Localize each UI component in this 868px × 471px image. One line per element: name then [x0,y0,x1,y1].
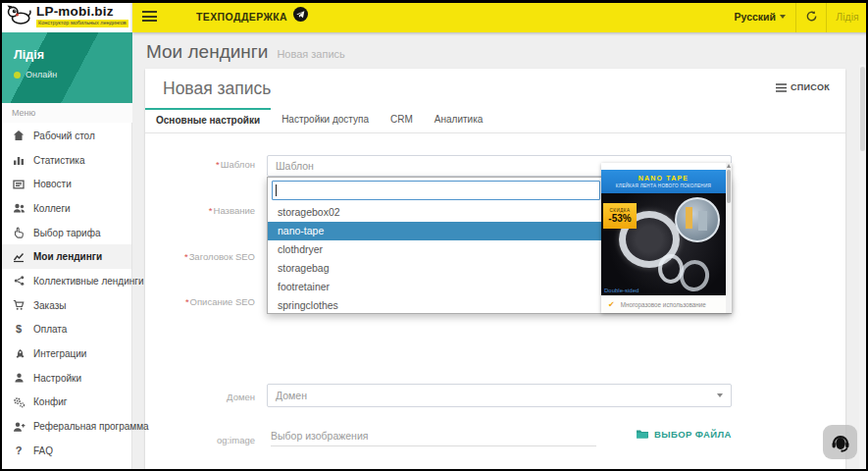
form-card: Новая запись СПИСОК Основные настройки Н… [145,69,845,471]
preview-header: NANO TAPE КЛЕЙКАЯ ЛЕНТА НОВОГО ПОКОЛЕНИЯ [601,170,726,193]
preview-product-image: СКИДКА -53% Double-sided [601,193,726,295]
file-picker-button[interactable]: ВЫБОР ФАЙЛА [636,428,732,440]
tab-access-settings[interactable]: Настройки доступа [271,108,380,132]
gears-icon [12,395,26,408]
main-scrollbar[interactable] [859,65,866,471]
online-status-dot [14,72,21,78]
option-nano-tape[interactable]: nano-tape [268,222,602,240]
template-options: storagebox02 nano-tape clothdryer storag… [268,203,602,315]
sidebar-item-faq[interactable]: ? FAQ [0,439,131,463]
refresh-icon [805,10,818,23]
option-footretainer[interactable]: footretainer [268,278,602,296]
seo-description-label: *Описание SEO [145,296,255,307]
check-icon: ✔ [608,300,615,309]
preview-subtitle: КЛЕЙКАЯ ЛЕНТА НОВОГО ПОКОЛЕНИЯ [616,183,711,188]
sidebar-item-integrations[interactable]: Интеграции [0,341,131,366]
sidebar-item-orders[interactable]: Заказы [0,293,131,318]
sidebar-item-news[interactable]: Новости [0,172,131,196]
list-icon [776,83,787,92]
card-title: Новая запись [163,78,271,99]
hand-pointer-icon [12,227,26,239]
sidebar-item-config[interactable]: Конфиг [0,391,131,415]
logo[interactable]: LP-mobi.biz Конструктор мобильных лендин… [0,0,132,32]
support-chat-button[interactable] [823,425,857,459]
option-springclothes[interactable]: springclothes [268,296,602,315]
preview-scrollbar[interactable] [726,163,732,313]
preview-title: NANO TAPE [638,175,689,182]
scroll-up-icon [727,164,731,168]
tab-main-settings[interactable]: Основные настройки [145,108,271,132]
preview-inset-photo [675,197,720,242]
sidebar-item-statistics[interactable]: Статистика [0,148,131,173]
sidebar: Лідія Онлайн Меню Рабочий стол Статистик… [0,32,132,471]
sidebar-item-collective-landings[interactable]: Коллективные лендинги [0,269,131,293]
list-button[interactable]: СПИСОК [776,82,830,92]
tab-analytics[interactable]: Аналитика [424,108,494,132]
folder-icon [636,428,649,440]
domain-select[interactable]: Домен [267,384,732,407]
sidebar-menu: Рабочий стол Статистика Новости Коллеги … [0,124,131,463]
seo-title-label: *Заголовок SEO [145,251,255,262]
tab-crm[interactable]: CRM [380,108,424,132]
line-chart-icon [12,250,26,263]
preview-link: Double-sided [604,288,638,293]
frame-edge [0,0,2,471]
option-clothdryer[interactable]: clothdryer [268,240,602,259]
name-label: *Название [145,205,255,216]
sidebar-item-colleagues[interactable]: Коллеги [0,196,131,221]
template-preview: NANO TAPE КЛЕЙКАЯ ЛЕНТА НОВОГО ПОКОЛЕНИЯ… [601,163,732,313]
topbar-user-link[interactable]: Лідія [827,11,868,23]
menu-section-label: Меню [0,103,132,123]
app-window: LP-mobi.biz Конструктор мобильных лендин… [0,0,868,471]
breadcrumb: Мои лендинги Новая запись [146,41,345,63]
sidebar-item-dashboard[interactable]: Рабочий стол [0,124,131,148]
template-label: *Шаблон [145,159,255,170]
sidebar-user-name: Лідія [14,48,44,62]
main-content: Мои лендинги Новая запись Новая запись С… [132,32,868,471]
og-image-input[interactable]: Выбор изображения [271,425,596,446]
share-icon [12,275,26,288]
domain-label: Домен [145,392,255,402]
dog-logo-icon [6,4,31,29]
sidebar-item-referral[interactable]: Реферальная программа [0,414,131,439]
home-icon [12,130,26,142]
og-image-label: og:image [145,435,255,445]
template-search-input[interactable] [272,181,600,200]
frame-edge [0,0,868,3]
cart-icon [12,299,26,312]
sidebar-item-settings[interactable]: Настройки [0,366,131,391]
page-subtitle: Новая запись [277,48,344,60]
user-panel: Лідія Онлайн [0,32,132,103]
newspaper-icon [12,178,26,190]
rocket-icon [12,347,26,360]
language-label: Русский [735,11,776,23]
user-icon [12,372,26,385]
logo-tagline: Конструктор мобильных лендингов [36,20,128,27]
refresh-button[interactable] [796,0,826,32]
top-bar: ТЕХПОДДЕРЖКА Русский Лідія [132,0,868,32]
tech-support-label: ТЕХПОДДЕРЖКА [196,11,287,23]
chevron-down-icon [780,15,786,19]
chevron-down-icon [717,393,723,397]
language-selector[interactable]: Русский [735,11,795,23]
bar-chart-icon [12,154,26,167]
page-title: Мои лендинги [146,41,268,63]
online-status-label: Онлайн [26,70,57,79]
tab-bar: Основные настройки Настройки доступа CRM… [145,108,845,133]
sidebar-item-tariff[interactable]: Выбор тарифа [0,221,131,245]
text-cursor [276,184,277,196]
hamburger-icon[interactable] [142,11,157,22]
preview-feature-bar: ✔ Многоразовое использование [601,295,726,313]
question-icon: ? [12,445,26,457]
tech-support-button[interactable]: ТЕХПОДДЕРЖКА [196,7,308,26]
user-plus-icon [12,420,26,433]
sidebar-item-payment[interactable]: $ Оплата [0,318,131,342]
logo-title: LP-mobi.biz [36,5,128,19]
telegram-icon [293,7,308,26]
option-storagebox02[interactable]: storagebox02 [268,203,602,222]
sidebar-item-my-landings[interactable]: Мои лендинги [0,244,131,269]
option-storagebag[interactable]: storagebag [268,259,602,278]
dollar-icon: $ [12,323,26,336]
users-icon [12,202,26,215]
discount-badge: СКИДКА -53% [603,203,637,229]
